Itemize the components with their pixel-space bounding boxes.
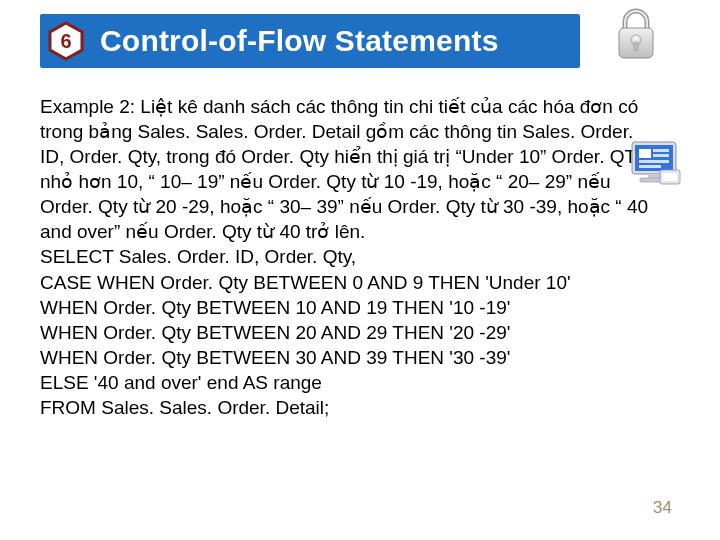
svg-rect-11 [648, 174, 660, 178]
code-line: WHEN Order. Qty BETWEEN 10 AND 19 THEN '… [40, 295, 660, 320]
svg-rect-14 [663, 173, 677, 181]
code-line: WHEN Order. Qty BETWEEN 30 AND 39 THEN '… [40, 345, 660, 370]
lock-icon [614, 6, 658, 62]
slide-body: Example 2: Liệt kê danh sách các thông t… [40, 94, 660, 420]
svg-rect-9 [639, 160, 669, 163]
slide-title: Control-of-Flow Statements [100, 24, 499, 58]
code-line: ELSE '40 and over' end AS range [40, 370, 660, 395]
code-line: CASE WHEN Order. Qty BETWEEN 0 AND 9 THE… [40, 270, 660, 295]
svg-rect-7 [653, 149, 669, 152]
example-description: Example 2: Liệt kê danh sách các thông t… [40, 94, 660, 244]
page-number: 34 [653, 498, 672, 518]
slide: 6 Control-of-Flow Statements [0, 0, 720, 540]
svg-rect-10 [639, 165, 661, 168]
svg-rect-8 [653, 154, 669, 157]
code-line: SELECT Sales. Order. ID, Order. Qty, [40, 244, 660, 269]
section-number: 6 [46, 21, 86, 61]
svg-rect-3 [634, 42, 638, 51]
section-number-badge: 6 [46, 21, 86, 61]
svg-rect-6 [639, 149, 651, 158]
code-line: FROM Sales. Sales. Order. Detail; [40, 395, 660, 420]
computer-icon [630, 140, 682, 188]
title-bar: 6 Control-of-Flow Statements [40, 14, 580, 68]
code-line: WHEN Order. Qty BETWEEN 20 AND 29 THEN '… [40, 320, 660, 345]
